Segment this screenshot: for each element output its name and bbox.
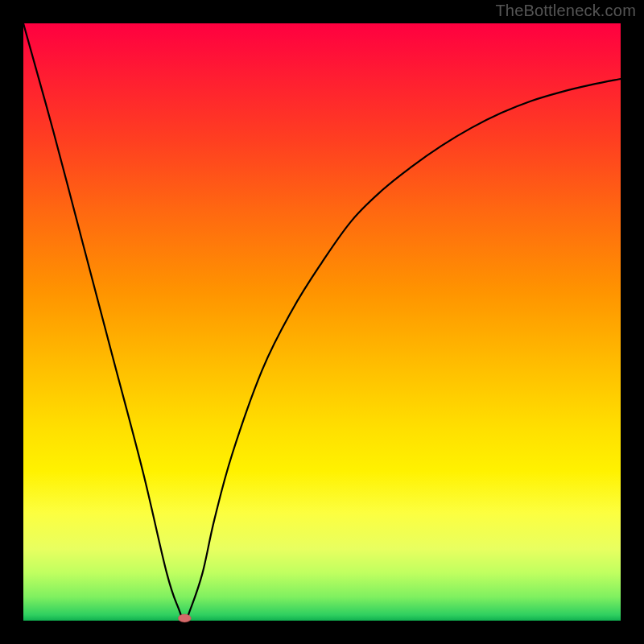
plot-area — [23, 23, 621, 621]
minimum-marker — [178, 614, 191, 622]
chart-frame: TheBottleneck.com — [0, 0, 644, 644]
watermark-text: TheBottleneck.com — [495, 2, 636, 20]
bottleneck-curve — [23, 23, 621, 621]
